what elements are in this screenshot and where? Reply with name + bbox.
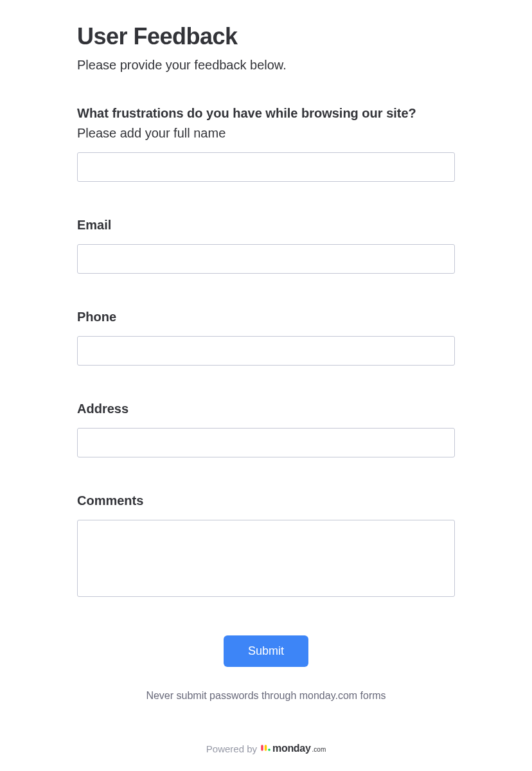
frustrations-field-group: What frustrations do you have while brow…	[77, 106, 455, 182]
monday-brand-suffix: .com	[312, 746, 326, 753]
email-field-group: Email	[77, 218, 455, 274]
address-label: Address	[77, 402, 455, 416]
monday-logo-icon	[261, 745, 271, 752]
powered-by: Powered by monday .com	[77, 743, 455, 754]
comments-field-group: Comments	[77, 493, 455, 599]
form-subtitle: Please provide your feedback below.	[77, 58, 455, 73]
phone-label: Phone	[77, 310, 455, 324]
address-field-group: Address	[77, 402, 455, 457]
password-warning: Never submit passwords through monday.co…	[77, 690, 455, 702]
frustrations-label: What frustrations do you have while brow…	[77, 106, 455, 121]
submit-section: Submit Never submit passwords through mo…	[77, 635, 455, 702]
powered-by-text: Powered by	[206, 743, 257, 754]
frustrations-input[interactable]	[77, 152, 455, 182]
phone-input[interactable]	[77, 336, 455, 366]
form-title: User Feedback	[77, 23, 455, 50]
comments-label: Comments	[77, 493, 455, 508]
address-input[interactable]	[77, 428, 455, 457]
submit-button[interactable]: Submit	[224, 635, 308, 667]
monday-brand-text: monday	[272, 743, 311, 754]
frustrations-description: Please add your full name	[77, 126, 455, 141]
comments-textarea[interactable]	[77, 520, 455, 597]
email-label: Email	[77, 218, 455, 233]
email-input[interactable]	[77, 244, 455, 274]
phone-field-group: Phone	[77, 310, 455, 366]
monday-logo[interactable]: monday .com	[261, 743, 326, 754]
svg-point-0	[268, 749, 270, 751]
